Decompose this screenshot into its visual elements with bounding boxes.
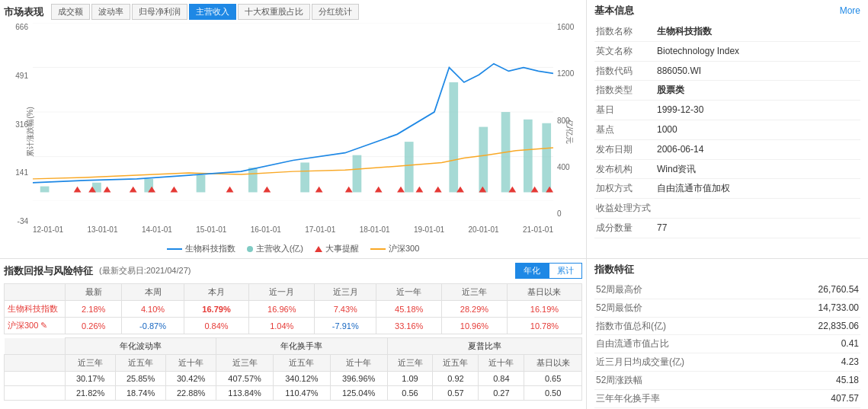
rt-h10y: 125.04% bbox=[330, 386, 387, 401]
bio-1m: 16.96% bbox=[249, 301, 315, 318]
rt-b5y: 340.12% bbox=[273, 372, 330, 386]
info-row-count: 成分数量 77 bbox=[594, 218, 860, 238]
th-v3y: 近三年 bbox=[66, 355, 116, 372]
y-axis-label-right: 亿/亿元 bbox=[565, 120, 575, 145]
svg-marker-21 bbox=[130, 187, 137, 193]
feature-row-avgvol: 近三月日均成交量(亿) 4.23 bbox=[594, 353, 860, 372]
x-label-6: 18-01-01 bbox=[360, 225, 390, 241]
svg-marker-27 bbox=[345, 187, 353, 193]
legend-hushen300: 沪深300 bbox=[370, 243, 419, 254]
info-value-return bbox=[655, 199, 860, 219]
th-v5y: 近五年 bbox=[116, 355, 166, 372]
risk-panel-header: 指数回报与风险特征 (最新交易日:2021/04/27) 年化 累计 bbox=[4, 263, 582, 279]
feature-label-52change: 52周涨跌幅 bbox=[594, 371, 774, 389]
svg-rect-5 bbox=[40, 187, 50, 193]
feature-label-low: 52周最低价 bbox=[594, 299, 774, 317]
rs-h5y: 0.57 bbox=[433, 386, 479, 401]
th-v10y: 近十年 bbox=[166, 355, 216, 372]
legend-label-bio: 生物科技指数 bbox=[185, 243, 235, 254]
info-row-name: 指数名称 生物科技指数 bbox=[594, 22, 860, 41]
tab-chengjiaoe[interactable]: 成交额 bbox=[51, 4, 90, 20]
svg-rect-16 bbox=[524, 120, 533, 193]
hs300-month: 0.84% bbox=[184, 318, 249, 334]
x-label-8: 20-01-01 bbox=[469, 225, 499, 241]
svg-rect-13 bbox=[449, 82, 458, 192]
th-blank bbox=[5, 338, 66, 355]
info-value-weight: 自由流通市值加权 bbox=[655, 179, 860, 199]
risk-panel-title: 指数回报与风险特征 bbox=[4, 264, 93, 278]
y-label-141: 141 bbox=[15, 168, 28, 177]
rs-b3y: 1.09 bbox=[387, 372, 433, 386]
rs-b5y: 0.92 bbox=[433, 372, 479, 386]
return-table: 最新 本周 本月 近一月 近三月 近一年 近三年 基日以来 生物科技指数 2.1… bbox=[4, 283, 582, 334]
tab-guimu[interactable]: 归母净利润 bbox=[132, 4, 187, 20]
rs-h3y: 0.56 bbox=[387, 386, 433, 401]
feature-label-freecap: 自由流通市值占比 bbox=[594, 335, 774, 353]
y-label-666: 666 bbox=[15, 23, 28, 31]
svg-rect-8 bbox=[197, 175, 206, 192]
rv-h3y: 21.82% bbox=[66, 386, 116, 401]
toggle-cumulative[interactable]: 累计 bbox=[549, 263, 582, 279]
chart-area: 666 491 316 141 -34 累计涨跌幅(%) bbox=[4, 23, 582, 241]
x-label-5: 17-01-01 bbox=[305, 225, 335, 241]
svg-rect-9 bbox=[248, 168, 258, 192]
th-1month: 近一月 bbox=[249, 284, 315, 301]
risk-section-header: 年化波动率 年化换手率 夏普比率 bbox=[5, 338, 582, 355]
tab-zhuyingshouru[interactable]: 主营收入 bbox=[189, 4, 236, 20]
info-label-publisher: 发布机构 bbox=[594, 159, 655, 179]
info-value-name: 生物科技指数 bbox=[655, 22, 860, 41]
main-container: 市场表现 成交额 波动率 归母净利润 主营收入 十大权重股占比 分红统计 666… bbox=[0, 0, 868, 409]
feature-label-totalcap: 指数市值总和(亿) bbox=[594, 317, 774, 335]
info-label-type: 指数类型 bbox=[594, 81, 655, 101]
tab-bodonglu[interactable]: 波动率 bbox=[91, 4, 130, 20]
info-row-enname: 英文名称 Biotechnology Index bbox=[594, 41, 860, 61]
chart-toolbar: 成交额 波动率 归母净利润 主营收入 十大权重股占比 分红统计 bbox=[51, 4, 359, 20]
info-label-basepoint: 基点 bbox=[594, 120, 655, 139]
info-label-pubdate: 发布日期 bbox=[594, 139, 655, 159]
info-label-count: 成分数量 bbox=[594, 218, 655, 238]
hs300-3m: -7.91% bbox=[315, 318, 376, 334]
feature-label-avgvol: 近三月日均成交量(亿) bbox=[594, 353, 774, 372]
svg-marker-23 bbox=[171, 187, 178, 193]
th-t3y: 近三年 bbox=[216, 355, 274, 372]
y-label-neg34: -34 bbox=[18, 217, 28, 225]
rs-b10y: 0.84 bbox=[479, 372, 524, 386]
th-turnover: 年化换手率 bbox=[216, 338, 387, 355]
row-label-bio: 生物科技指数 bbox=[5, 301, 66, 318]
tab-shida[interactable]: 十大权重股占比 bbox=[238, 4, 310, 20]
hs300-week: -0.87% bbox=[122, 318, 184, 334]
risk-panel: 指数回报与风险特征 (最新交易日:2021/04/27) 年化 累计 最新 本周… bbox=[0, 259, 587, 409]
feature-value-avgvol: 4.23 bbox=[774, 353, 860, 372]
more-link[interactable]: More bbox=[840, 5, 860, 16]
risk-row-hs300: 21.82% 18.74% 22.88% 113.84% 110.47% 125… bbox=[5, 386, 582, 401]
rv-b5y: 25.85% bbox=[116, 372, 166, 386]
th-since: 基日以来 bbox=[507, 284, 581, 301]
risk-label-hs300 bbox=[5, 386, 66, 401]
info-value-publisher: Wind资讯 bbox=[655, 159, 860, 179]
info-panel-title: 基本信息 bbox=[594, 4, 634, 18]
hs300-since: 10.78% bbox=[507, 318, 581, 334]
info-row-type: 指数类型 股票类 bbox=[594, 81, 860, 101]
th-week: 本周 bbox=[122, 284, 184, 301]
rs-hsince: 0.50 bbox=[524, 386, 582, 401]
bio-3y: 28.29% bbox=[442, 301, 508, 318]
tab-fenhong[interactable]: 分红统计 bbox=[312, 4, 359, 20]
svg-rect-17 bbox=[542, 123, 551, 193]
risk-sub-header: 近三年 近五年 近十年 近三年 近五年 近十年 近三年 近五年 近十年 基日以来 bbox=[5, 355, 582, 372]
info-label-basedate: 基日 bbox=[594, 101, 655, 120]
info-value-basepoint: 1000 bbox=[655, 120, 860, 139]
svg-marker-26 bbox=[315, 187, 323, 193]
y-right-1600: 1600 bbox=[557, 23, 574, 31]
info-table: 指数名称 生物科技指数 英文名称 Biotechnology Index 指数代… bbox=[594, 22, 860, 238]
info-row-publisher: 发布机构 Wind资讯 bbox=[594, 159, 860, 179]
toggle-annual[interactable]: 年化 bbox=[515, 263, 549, 279]
svg-marker-18 bbox=[74, 187, 82, 193]
svg-rect-14 bbox=[479, 127, 488, 193]
chart-svg bbox=[33, 23, 553, 201]
rt-h5y: 110.47% bbox=[273, 386, 330, 401]
feature-row-52change: 52周涨跌幅 45.18 bbox=[594, 371, 860, 389]
bio-week: 4.10% bbox=[122, 301, 184, 318]
th-3year: 近三年 bbox=[442, 284, 508, 301]
rs-h10y: 0.27 bbox=[479, 386, 524, 401]
th-sh5y: 近五年 bbox=[433, 355, 479, 372]
